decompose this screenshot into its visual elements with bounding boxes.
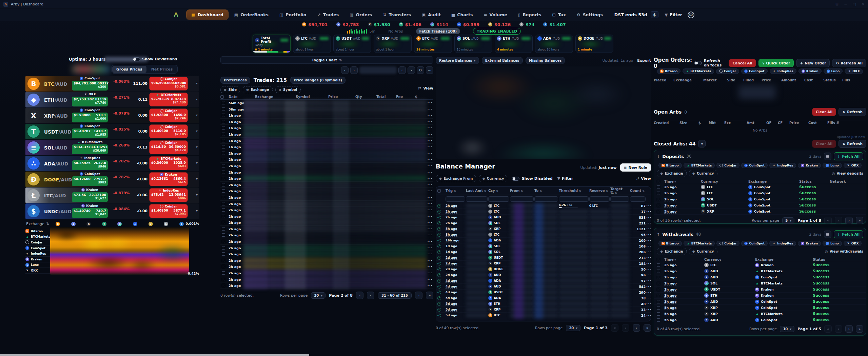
row-menu-button[interactable]: ···	[427, 132, 433, 137]
trade-row[interactable]: 2h ago···	[220, 219, 433, 226]
open-orders-chip-luno[interactable]: LLuno	[824, 68, 843, 74]
row-checkbox[interactable]	[222, 139, 225, 142]
bm-rule-row[interactable]: ✓2d agoÐDOGE50···	[436, 266, 651, 272]
deposits-chip-okx[interactable]: XOKX	[844, 163, 862, 168]
enabled-check-icon[interactable]: ✓	[437, 291, 441, 294]
open-orders-chip-btcmarkets[interactable]: ▲BTCMarkets	[683, 68, 714, 74]
deposits-rows-per-page-select[interactable]: 5▾	[782, 217, 794, 224]
deposits-chip-coinjar[interactable]: CoinJar	[716, 163, 739, 168]
row-checkbox[interactable]	[657, 204, 660, 207]
chevron-down-icon[interactable]: ▾	[196, 161, 198, 165]
nav-item-reports[interactable]: ▯Reports	[513, 10, 546, 20]
gross-prices-tab[interactable]: Gross Prices	[112, 66, 146, 73]
row-menu-button[interactable]: ···	[427, 277, 433, 282]
row-checkbox[interactable]	[222, 189, 225, 193]
row-checkbox[interactable]	[657, 276, 660, 279]
heatmap-legend-bitaroo[interactable]: bBitaroo	[25, 229, 50, 234]
bm-col-trig[interactable]: Trig⇅	[446, 189, 465, 193]
fetch-trades-pill[interactable]: Fetch Trades (100)	[416, 28, 460, 34]
closed-arbs-clear-all-button[interactable]: Clear All	[812, 140, 836, 148]
mini-card-xrp[interactable]: XXRP/AUDabout 1 hour	[374, 35, 412, 53]
bm-filter-input-from[interactable]	[510, 196, 534, 202]
trade-row[interactable]: 1h ago···	[220, 112, 433, 119]
sell-quote-box[interactable]: KKraken$0.126614860.4$615	[149, 172, 188, 186]
trade-row[interactable]: 1h ago···	[220, 131, 433, 138]
row-checkbox[interactable]	[222, 265, 225, 268]
pair-row-eth[interactable]: ◆ETH/AUDXOKX$2,753.302.81119$7,740-0.271…	[25, 92, 199, 107]
withdrawals-chip-bitaroo[interactable]: bBitaroo	[658, 241, 682, 246]
bm-rule-row[interactable]: ✓5d ago◆ETH48···	[436, 301, 651, 307]
trades-first-page-button[interactable]: «	[356, 292, 363, 299]
row-menu-button[interactable]: ···	[427, 151, 433, 156]
trade-row[interactable]: 2h ago···	[220, 188, 433, 194]
row-menu-button[interactable]: ···	[427, 220, 433, 225]
nav-item-trades[interactable]: ↗Trades	[312, 10, 343, 20]
nav-item-volume[interactable]: ≈Volume	[479, 10, 512, 20]
trade-row[interactable]: 1h ago···	[220, 119, 433, 125]
bm-rule-row[interactable]: ✓4d ago★AUD542···	[436, 284, 651, 290]
trade-row[interactable]: 1h ago···	[220, 144, 433, 150]
chevron-down-icon[interactable]: ▾	[196, 113, 198, 117]
row-menu-button[interactable]: ···	[646, 313, 651, 318]
deposits-first-page-button[interactable]: «	[824, 217, 832, 224]
withdrawal-row[interactable]: 3h ago★AUD✳CoinSpotSuccess	[654, 299, 866, 305]
window-close-button[interactable]: ×	[862, 2, 865, 6]
sell-quote-box[interactable]: CoinJar$114.5036.50000$4,179	[149, 140, 188, 154]
row-checkbox[interactable]	[222, 126, 225, 130]
row-checkbox[interactable]	[657, 282, 660, 285]
row-checkbox[interactable]	[222, 208, 225, 212]
buy-quote-box[interactable]: $0.359252632.0$946	[72, 160, 108, 170]
show-disabled-toggle[interactable]	[512, 177, 519, 181]
row-checkbox[interactable]	[222, 120, 225, 123]
enabled-check-icon[interactable]: ✓	[437, 250, 441, 254]
cancel-all-button[interactable]: Cancel All	[729, 59, 756, 67]
deposit-row[interactable]: 2h ago≡SOL✳CoinSpotSuccess	[654, 196, 866, 202]
trades-filter-symbol-chip[interactable]: ⊕Symbol	[275, 86, 301, 93]
bm-rule-row[interactable]: ✓5d ago∴ADA78···	[436, 295, 651, 301]
bm-rule-row[interactable]: ✓2h ago★AUD838···	[436, 215, 651, 220]
trades-menu-button[interactable]: ···	[426, 66, 433, 74]
currency-badge[interactable]: $	[651, 11, 659, 18]
trade-row[interactable]: 2h ago···	[220, 232, 433, 238]
deposit-row[interactable]: 3h agoTUSDT✳CoinSpotSuccess	[654, 202, 866, 209]
next-range-button[interactable]: ›	[408, 66, 415, 74]
row-menu-button[interactable]: ···	[646, 261, 651, 266]
row-menu-button[interactable]: ···	[427, 157, 433, 162]
withdrawal-row[interactable]: 5h agoXXRP▲BTCMarketsSuccess	[654, 311, 866, 317]
row-menu-button[interactable]: ···	[646, 221, 651, 225]
trade-row[interactable]: 2h ago···	[220, 245, 433, 251]
chevron-down-icon[interactable]: ▾	[196, 193, 198, 197]
enabled-check-icon[interactable]: ✓	[437, 244, 441, 248]
row-menu-button[interactable]: ···	[427, 107, 433, 112]
row-checkbox[interactable]	[657, 270, 660, 273]
row-checkbox[interactable]	[222, 215, 225, 218]
row-checkbox[interactable]	[657, 300, 660, 303]
row-menu-button[interactable]: ···	[427, 183, 433, 187]
trade-row[interactable]: 1h ago···	[220, 125, 433, 131]
price-ranges-chip[interactable]: Price Ranges (8 symbols)	[290, 77, 346, 84]
row-menu-button[interactable]: ···	[427, 258, 433, 263]
chevron-down-icon[interactable]: ▾	[196, 145, 198, 149]
pair-row-btc[interactable]: BBTC/AUD✳CoinSpot$94,701.000.00317$300-0…	[25, 76, 199, 92]
row-checkbox[interactable]	[222, 278, 225, 281]
row-checkbox[interactable]	[222, 171, 225, 174]
withdrawals-chip-okx[interactable]: XOKX	[844, 241, 862, 246]
next-symbol-button[interactable]: ›	[350, 66, 358, 74]
withdrawals-chip-coinspot[interactable]: ✳CoinSpot	[741, 241, 768, 246]
sell-quote-box[interactable]: ▲BTCMarkets$0.360001925.9$693	[149, 156, 188, 170]
heatmap-legend-luno[interactable]: LLuno	[25, 262, 50, 268]
new-order-button[interactable]: +New Order	[796, 59, 830, 67]
trade-row[interactable]: 2h ago···	[220, 207, 433, 213]
row-menu-button[interactable]: ···	[427, 208, 433, 212]
bm-col-lastamt[interactable]: Last Amt⇅	[466, 189, 488, 193]
row-menu-button[interactable]: ···	[646, 250, 651, 254]
trades-filter-exchange-chip[interactable]: ⊕Exchange	[243, 86, 273, 93]
row-menu-button[interactable]: ···	[646, 296, 651, 300]
row-checkbox[interactable]	[222, 246, 225, 250]
row-menu-button[interactable]: ···	[646, 238, 651, 243]
pair-row-usdc[interactable]: $USDC/AUDKKraken$1.40740740.7$1,042-0.08…	[25, 203, 199, 219]
row-menu-button[interactable]: ···	[646, 233, 651, 237]
total-profit-card[interactable]: ★Total ProfitToday1 minute	[253, 35, 291, 53]
pair-row-usdt[interactable]: TUSDT/AUD✳CoinSpot$1.407071410.7$1,985-0…	[25, 124, 199, 139]
bm-rule-row[interactable]: ✓2d agoXXRP184···	[436, 261, 651, 266]
